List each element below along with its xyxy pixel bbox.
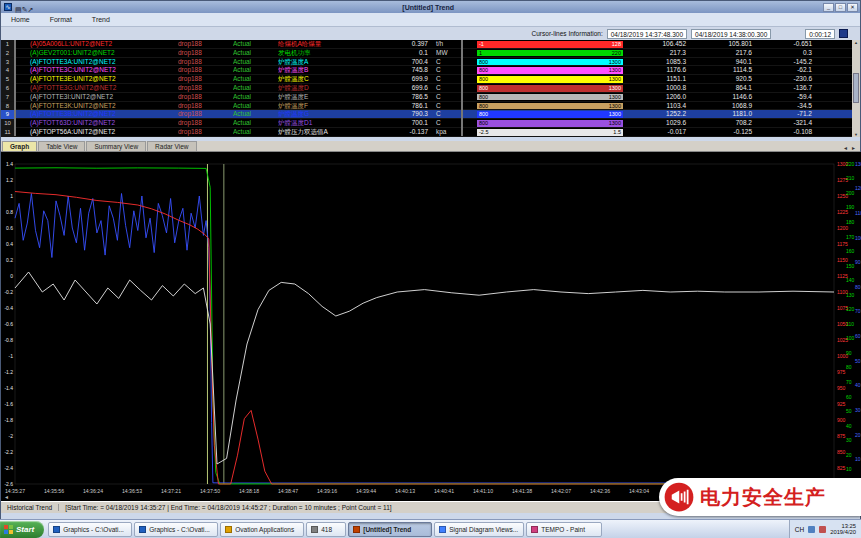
table-row[interactable]: 6(A)FTOTTE3G:UNIT2@NET2drop188Actual炉膛温度…: [1, 84, 854, 93]
pen-checkbox[interactable]: [461, 57, 463, 66]
tab-radar-view[interactable]: Radar View: [147, 141, 196, 151]
pen-checkbox[interactable]: [461, 65, 463, 74]
row-number: 5: [1, 75, 14, 84]
row-checkbox[interactable]: [14, 109, 16, 118]
cursor1-value: -0.017: [625, 128, 691, 137]
cursor1-value: 1103.4: [625, 102, 691, 111]
table-scrollbar[interactable]: ▲ ▼: [852, 40, 860, 137]
table-row[interactable]: 11(A)FTOPT56A:UNIT2@NET2drop188Actual炉膛压…: [1, 128, 854, 137]
table-row[interactable]: 8(A)FTOTTE3K:UNIT2@NET2drop188Actual炉膛温度…: [1, 102, 854, 111]
tab-table-view[interactable]: Table View: [38, 141, 85, 151]
table-row[interactable]: 1(A)05A006LL:UNIT2@NET2drop188Actual给煤机A…: [1, 40, 854, 49]
taskbar-button[interactable]: 418: [306, 522, 346, 537]
table-row[interactable]: 5(A)FTOTTE3E:UNIT2@NET2drop188Actual炉膛温度…: [1, 75, 854, 84]
scroll-up-icon[interactable]: ▲: [854, 40, 858, 45]
row-checkbox[interactable]: [14, 127, 16, 136]
row-checkbox[interactable]: [14, 57, 16, 66]
cursor-info-label: Cursor-lines Information:: [532, 30, 603, 37]
row-checkbox[interactable]: [14, 92, 16, 101]
table-row[interactable]: 3(A)FTOTTE3A:UNIT2@NET2drop188Actual炉膛温度…: [1, 58, 854, 67]
taskbar-button[interactable]: Signal Diagram Views...: [434, 522, 524, 537]
pen-checkbox[interactable]: [461, 48, 463, 57]
pen-checkbox[interactable]: [461, 101, 463, 110]
table-row[interactable]: 10(A)FTOTT63D:UNIT2@NET2drop188Actual炉膛温…: [1, 119, 854, 128]
pen-checkbox[interactable]: [461, 92, 463, 101]
start-button[interactable]: Start: [0, 521, 44, 538]
cursor-info-button[interactable]: [839, 29, 848, 38]
range-band: 8001300: [477, 67, 623, 74]
svg-text:60: 60: [846, 394, 852, 400]
table-row[interactable]: 4(A)FTOTTE3C:UNIT2@NET2drop188Actual炉膛温度…: [1, 66, 854, 75]
titlebar: ∿ ▤✎↗ [Untitled] Trend _ □ ✕: [1, 1, 860, 13]
taskbar-button[interactable]: Ovation Applications: [220, 522, 304, 537]
signal-desc: 给煤机A给煤量: [278, 40, 378, 49]
table-row[interactable]: 2(A)GEV2T001:UNIT2@NET2drop188Actual发电机功…: [1, 49, 854, 58]
cursor2-field[interactable]: 04/18/2019 14:38:00.300: [691, 29, 771, 39]
app-icon[interactable]: ∿: [4, 3, 12, 11]
svg-text:825: 825: [837, 465, 846, 471]
svg-text:-1.8: -1.8: [4, 417, 13, 423]
screen: ∿ ▤✎↗ [Untitled] Trend _ □ ✕ HomeFormatT…: [0, 0, 861, 538]
delta-value: -230.6: [757, 75, 817, 84]
svg-text:80: 80: [855, 284, 861, 290]
tabs-scroll-right-icon[interactable]: ►: [851, 145, 856, 151]
pen-checkbox[interactable]: [461, 109, 463, 118]
pen-checkbox[interactable]: [461, 118, 463, 127]
svg-text:14:37:50: 14:37:50: [200, 488, 220, 494]
tray-antivirus-icon[interactable]: [819, 526, 826, 533]
range-band: 8001300: [477, 94, 623, 101]
row-number: 8: [1, 102, 14, 111]
cursor1-field[interactable]: 04/18/2019 14:37:48.300: [607, 29, 687, 39]
tabs-scroll-left-icon[interactable]: ◄: [843, 145, 848, 151]
table-row[interactable]: 9(A)FTOTTE3B:UNIT2@NET2drop188Actual炉膛温度…: [1, 110, 854, 119]
signal-units: kpa: [433, 128, 461, 137]
maximize-button[interactable]: □: [835, 3, 846, 12]
cursor2-value: 105.801: [691, 40, 757, 49]
pen-checkbox[interactable]: [461, 83, 463, 92]
language-indicator[interactable]: CH: [795, 526, 804, 533]
band-max: 220: [612, 50, 621, 57]
chart-scroll-left-icon[interactable]: ◄: [4, 494, 9, 500]
signal-value: 786.1: [378, 102, 433, 111]
signal-status: Actual: [233, 84, 278, 93]
svg-text:0.6: 0.6: [6, 225, 13, 231]
row-checkbox[interactable]: [14, 40, 16, 48]
band-max: 1.5: [613, 129, 621, 136]
menu-trend[interactable]: Trend: [82, 16, 120, 23]
row-checkbox[interactable]: [14, 48, 16, 57]
trend-plot[interactable]: 14:35:2714:35:5614:36:2414:36:5314:37:21…: [1, 152, 861, 501]
taskbar-button[interactable]: TEMPO - Paint: [526, 522, 602, 537]
minimize-button[interactable]: _: [823, 3, 834, 12]
svg-text:50: 50: [846, 408, 852, 414]
row-checkbox[interactable]: [14, 83, 16, 92]
row-checkbox[interactable]: [14, 74, 16, 83]
svg-text:80: 80: [846, 364, 852, 370]
pen-checkbox[interactable]: [461, 40, 463, 48]
menu-format[interactable]: Format: [40, 16, 82, 23]
table-row[interactable]: 7(A)FTOTTE3I:UNIT2@NET2drop188Actual炉膛温度…: [1, 93, 854, 102]
taskbar-button[interactable]: [Untitled] Trend: [348, 522, 432, 537]
close-button[interactable]: ✕: [847, 3, 858, 12]
drop-name: drop188: [178, 49, 233, 58]
svg-text:-1.2: -1.2: [4, 369, 13, 375]
tray-volume-icon[interactable]: [808, 526, 815, 533]
row-checkbox[interactable]: [14, 65, 16, 74]
scrollbar-thumb[interactable]: [853, 73, 859, 103]
tab-summary-view[interactable]: Summary View: [86, 141, 146, 151]
svg-text:-0.2: -0.2: [4, 289, 13, 295]
menu-home[interactable]: Home: [1, 16, 40, 23]
taskbar-clock[interactable]: 13:25 2019/4/20: [830, 523, 856, 536]
taskbar-button[interactable]: Graphics - C:\Ovati...: [134, 522, 218, 537]
row-checkbox[interactable]: [14, 118, 16, 127]
svg-text:170: 170: [846, 234, 855, 240]
signal-desc: 炉膛温度A: [278, 58, 378, 67]
tab-graph[interactable]: Graph: [2, 141, 37, 151]
save-icon[interactable]: ▤: [15, 6, 22, 13]
pen-checkbox[interactable]: [461, 127, 463, 136]
svg-text:90: 90: [855, 259, 861, 265]
taskbar-button[interactable]: Graphics - C:\Ovati...: [48, 522, 132, 537]
row-checkbox[interactable]: [14, 101, 16, 110]
svg-text:210: 210: [846, 175, 855, 181]
drop-name: drop188: [178, 93, 233, 102]
pen-checkbox[interactable]: [461, 74, 463, 83]
